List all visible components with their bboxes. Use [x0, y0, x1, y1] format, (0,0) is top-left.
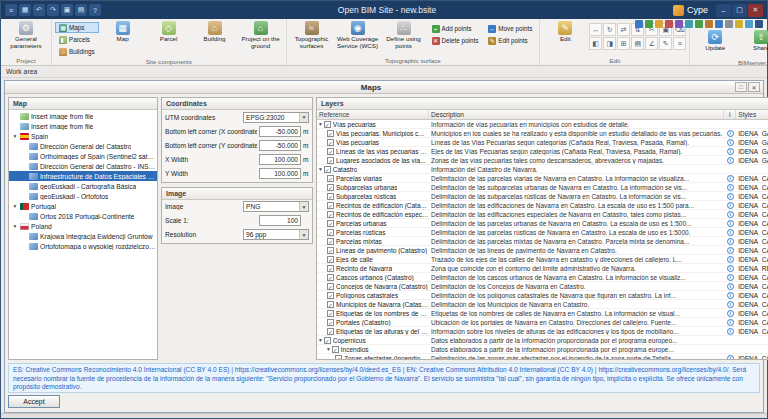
- layers-row[interactable]: ✓Líneas de pavimento (Catastro)Delimitac…: [317, 246, 768, 255]
- info-icon[interactable]: i: [727, 238, 734, 245]
- expand-arrow-icon[interactable]: ▾: [319, 121, 322, 127]
- layers-row[interactable]: ✓Parcelas urbanasDelimitación de las par…: [317, 219, 768, 228]
- layer-checkbox[interactable]: ✓: [327, 130, 334, 137]
- print-icon[interactable]: ▣: [61, 4, 73, 16]
- layer-checkbox[interactable]: ✓: [327, 211, 334, 218]
- info-icon[interactable]: i: [727, 310, 734, 317]
- info-icon[interactable]: i: [727, 283, 734, 290]
- layer-checkbox[interactable]: ✓: [324, 121, 331, 128]
- layer-checkbox[interactable]: ✓: [327, 301, 334, 308]
- bottom-left-x-input[interactable]: -50.000: [259, 126, 301, 137]
- layers-row[interactable]: ✓Zonas afectadas (incendio d...Delimitac…: [317, 354, 768, 359]
- layer-checkbox[interactable]: ✓: [324, 337, 331, 344]
- map-button[interactable]: ▦ Map: [101, 20, 145, 43]
- map-tree-item[interactable]: ▾Spain: [9, 131, 157, 141]
- info-icon[interactable]: i: [727, 229, 734, 236]
- array-icon[interactable]: ⊞: [617, 37, 630, 50]
- layer-checkbox[interactable]: ✓: [327, 256, 334, 263]
- map-tree-item[interactable]: Ortofotomapa o wysokiej rozdzielczości: [9, 241, 157, 251]
- info-icon[interactable]: i: [727, 148, 734, 155]
- layer-checkbox[interactable]: ✓: [327, 157, 334, 164]
- bimserver-home-icon[interactable]: [635, 20, 643, 28]
- layer-checkbox[interactable]: ✓: [327, 238, 334, 245]
- map-tree-item[interactable]: Insert image from file: [9, 111, 157, 121]
- bimserver-apps-icon[interactable]: [715, 20, 723, 28]
- group-icon[interactable]: ▤: [631, 37, 644, 50]
- layer-checkbox[interactable]: ✓: [335, 355, 342, 360]
- layers-row[interactable]: ✓Recinto de NavarraZona que coincide con…: [317, 264, 768, 273]
- move-points-button[interactable]: ↔ Move points: [484, 23, 536, 34]
- parcels-button[interactable]: ◧ Parcels: [55, 34, 99, 45]
- map-tree-item[interactable]: geoEuskadi - Ortofotos: [9, 191, 157, 201]
- layers-row[interactable]: ✓Etiquetas de los nombres de call...Etiq…: [317, 309, 768, 318]
- layers-row[interactable]: ✓Vías pecuariasLíneas de las Vías Pecuar…: [317, 138, 768, 147]
- parcel-button[interactable]: ◇ Parcel: [147, 20, 191, 43]
- column-header-description[interactable]: Description: [429, 110, 724, 119]
- layer-checkbox[interactable]: ✓: [327, 328, 334, 335]
- app-menu-icon[interactable]: ≡: [5, 4, 17, 16]
- bimserver-web-icon[interactable]: [725, 20, 733, 28]
- delete-points-button[interactable]: ✕ Delete points: [428, 35, 483, 46]
- info-icon[interactable]: i: [727, 355, 734, 360]
- dialog-close-button[interactable]: ✕: [748, 82, 760, 92]
- expand-arrow-icon[interactable]: ▾: [12, 133, 18, 139]
- info-icon[interactable]: i: [727, 328, 734, 335]
- layer-checkbox[interactable]: ✓: [327, 274, 334, 281]
- map-tree-item[interactable]: Dirección General del Catastro - INSPIRE: [9, 161, 157, 171]
- align-right-icon[interactable]: ◨: [603, 37, 616, 50]
- properties-icon[interactable]: ≡: [673, 37, 686, 50]
- building-button[interactable]: ⌂ Building: [193, 20, 237, 43]
- mirror-h-icon[interactable]: ⇄: [617, 23, 630, 36]
- layers-row[interactable]: ✓Vías pecuarias. Municipios c...Municipi…: [317, 129, 768, 138]
- bimserver-help-icon[interactable]: [745, 20, 753, 28]
- bimserver-chat-icon[interactable]: [685, 20, 693, 28]
- layer-checkbox[interactable]: ✓: [327, 220, 334, 227]
- column-header-info[interactable]: i: [724, 110, 736, 119]
- expand-arrow-icon[interactable]: ▾: [12, 203, 18, 209]
- map-tree-item[interactable]: Krajowa Integracja Ewidencji Gruntów: [9, 231, 157, 241]
- layers-row[interactable]: ✓Subparcelas rústicasDelimitación de las…: [317, 192, 768, 201]
- layers-row[interactable]: ✓Lugares asociados de las vía...Zonas de…: [317, 156, 768, 165]
- layer-checkbox[interactable]: ✓: [332, 346, 339, 353]
- add-points-button[interactable]: + Add points: [428, 23, 483, 34]
- bottom-left-y-input[interactable]: -50.000: [259, 140, 301, 151]
- move-icon[interactable]: ↔: [589, 23, 602, 36]
- layer-checkbox[interactable]: ✓: [327, 310, 334, 317]
- project-on-ground-button[interactable]: ⌂ Project on the ground: [239, 20, 283, 49]
- info-icon[interactable]: i: [727, 157, 734, 164]
- update-button[interactable]: ⟳ Update: [693, 29, 737, 52]
- map-tree-item[interactable]: Orthoimages of Spain (Sentinel2 satellit…: [9, 151, 157, 161]
- column-header-reference[interactable]: Reference: [317, 110, 429, 119]
- bimserver-download-icon[interactable]: [665, 20, 673, 28]
- undo-icon[interactable]: ↶: [33, 4, 45, 16]
- share-button[interactable]: ⇧ Share: [739, 29, 768, 52]
- map-tree-item[interactable]: Dirección General del Catastro: [9, 141, 157, 151]
- layer-checkbox[interactable]: ✓: [327, 139, 334, 146]
- layers-row[interactable]: ✓Concejos de Navarra (Catastro)Delimitac…: [317, 282, 768, 291]
- layers-row[interactable]: ▾✓CopernicusDatos elaborados a partir de…: [317, 336, 768, 345]
- info-icon[interactable]: i: [727, 211, 734, 218]
- layers-row[interactable]: ✓Parcelas mixtasDelimitación de las parc…: [317, 237, 768, 246]
- info-icon[interactable]: i: [727, 202, 734, 209]
- bimserver-notifications-icon[interactable]: [695, 20, 703, 28]
- map-tree-item[interactable]: Ortos 2018 Portugal-Continente: [9, 211, 157, 221]
- modify-icon[interactable]: ✎: [659, 37, 672, 50]
- minimize-button[interactable]: –: [716, 4, 731, 17]
- info-icon[interactable]: i: [727, 292, 734, 299]
- general-parameters-button[interactable]: ⚙ General parameters: [4, 20, 48, 49]
- bimserver-users-icon[interactable]: [705, 20, 713, 28]
- image-format-select[interactable]: PNG ▼: [243, 201, 309, 212]
- topographic-surfaces-button[interactable]: ≈ Topographic surfaces: [290, 20, 334, 49]
- layers-row[interactable]: ✓Parcelas viariasDelimitación de las par…: [317, 174, 768, 183]
- wcs-button[interactable]: ◉ Web Coverage Service (WCS): [336, 20, 380, 49]
- info-icon[interactable]: i: [727, 265, 734, 272]
- layers-row[interactable]: ✓Cascos urbanos (Catastro)Delimitación d…: [317, 273, 768, 282]
- expand-arrow-icon[interactable]: ▾: [319, 337, 322, 343]
- info-icon[interactable]: i: [727, 247, 734, 254]
- bimserver-sync-icon[interactable]: [675, 20, 683, 28]
- bimserver-projects-icon[interactable]: [645, 20, 653, 28]
- info-icon[interactable]: i: [727, 274, 734, 281]
- expand-arrow-icon[interactable]: ▾: [12, 223, 18, 229]
- layers-row[interactable]: ✓Portales (Catastro)Ubicación de los por…: [317, 318, 768, 327]
- layer-checkbox[interactable]: ✓: [327, 229, 334, 236]
